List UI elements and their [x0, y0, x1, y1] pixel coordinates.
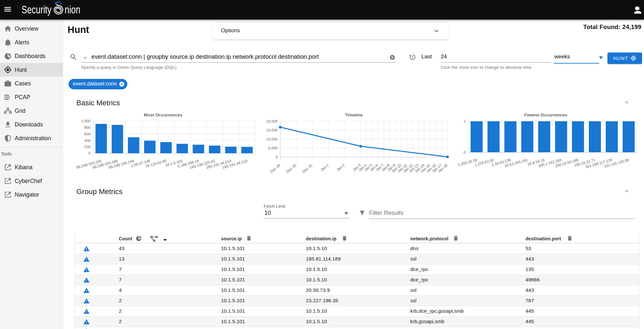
svg-text:Dec 31: Dec 31 — [302, 163, 313, 174]
svg-text:Timeline: Timeline — [345, 112, 363, 117]
svg-text:5,000: 5,000 — [268, 146, 278, 150]
svg-text:400: 400 — [84, 139, 90, 142]
svg-text:Dec 30: Dec 30 — [285, 163, 297, 174]
svg-text:600: 600 — [84, 132, 90, 136]
svg-text:Fewest Occurrences: Fewest Occurrences — [524, 112, 567, 117]
svg-text:1.226.62.92: 1.226.62.92 — [474, 158, 495, 167]
svg-text:800: 800 — [84, 126, 90, 129]
svg-text:20,000: 20,000 — [266, 119, 277, 123]
svg-text:10,000: 10,000 — [266, 137, 277, 141]
svg-text:1.203.16.18: 1.203.16.18 — [457, 158, 478, 167]
svg-text:Most Occurrences: Most Occurrences — [144, 112, 182, 117]
svg-text:0: 0 — [463, 150, 465, 154]
svg-text:1: 1 — [463, 119, 465, 123]
svg-text:0: 0 — [88, 151, 90, 155]
svg-text:200: 200 — [84, 145, 90, 149]
svg-text:Jan 1: Jan 1 — [320, 163, 329, 172]
svg-text:0: 0 — [275, 155, 277, 159]
svg-text:Jan 2: Jan 2 — [336, 163, 345, 172]
svg-text:15,000: 15,000 — [266, 128, 277, 132]
svg-text:Dec 29: Dec 29 — [269, 163, 281, 174]
svg-text:1,000: 1,000 — [81, 119, 90, 123]
